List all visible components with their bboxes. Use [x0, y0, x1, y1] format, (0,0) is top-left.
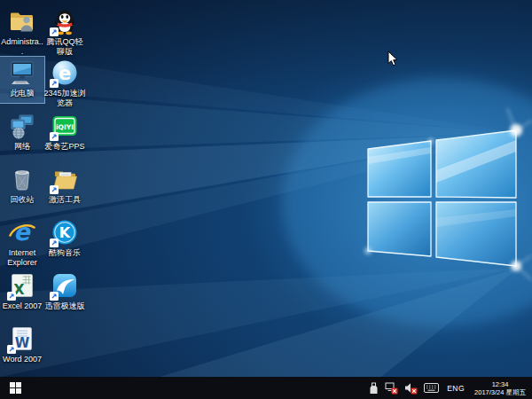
network-disconnected-icon[interactable] [385, 382, 398, 395]
shortcut-arrow-icon [50, 132, 59, 141]
desktop-icon-label: 回收站 [0, 195, 44, 205]
word-icon: W [8, 325, 36, 353]
system-tray: ENG 12:34 2017/3/24 星期五 [369, 377, 532, 399]
shortcut-arrow-icon [50, 239, 59, 247]
desktop-icon-activation-tool[interactable]: 激活工具 [43, 163, 87, 209]
svg-text:K: K [59, 224, 71, 241]
windows-desktop-screen: Administra... [0, 0, 532, 399]
desktop-icon-xunlei[interactable]: 迅雷极速版 [43, 270, 87, 316]
excel-icon: X [8, 271, 36, 300]
desktop-icon-word-2007[interactable]: W Word 2007 [0, 323, 44, 369]
desktop-icon-label: 2345加速浏览器 [43, 89, 87, 108]
internet-explorer-icon: e [8, 218, 36, 246]
desktop-icon-this-pc[interactable]: 此电脑 [0, 57, 44, 103]
desktop-icon-label: 激活工具 [43, 195, 87, 205]
qq-penguin-icon [51, 7, 79, 35]
desktop-icon-label: 此电脑 [0, 89, 44, 98]
desktop-icon-excel-2007[interactable]: X Excel 2007 [0, 270, 44, 316]
clock-time: 12:34 [474, 380, 526, 388]
kugou-music-icon: K [51, 218, 79, 246]
desktop-icon-label: 腾讯QQ轻聊版 [43, 37, 87, 57]
desktop-icon-label: Internet Explorer [0, 248, 44, 268]
desktop-wallpaper[interactable]: Administra... [0, 0, 532, 377]
language-indicator[interactable]: ENG [445, 384, 466, 393]
shortcut-arrow-icon [50, 27, 59, 36]
desktop-icon-label: 迅雷极速版 [43, 301, 87, 311]
folder-icon [51, 165, 79, 193]
shortcut-arrow-icon [50, 292, 59, 301]
user-folder-icon [8, 7, 36, 35]
touch-keyboard-icon[interactable] [424, 383, 439, 393]
svg-text:W: W [15, 335, 30, 351]
taskbar: ENG 12:34 2017/3/24 星期五 [0, 377, 532, 399]
taskbar-clock[interactable]: 12:34 2017/3/24 星期五 [473, 380, 528, 396]
2345-browser-icon: e [51, 59, 79, 87]
volume-muted-icon[interactable] [404, 382, 418, 395]
clock-date: 2017/3/24 星期五 [474, 388, 526, 396]
shortcut-arrow-icon [50, 185, 59, 194]
safely-remove-hardware-icon[interactable] [369, 382, 379, 395]
svg-text:e: e [13, 218, 31, 246]
desktop-icon-label: 酷狗音乐 [43, 248, 87, 258]
svg-text:e: e [59, 63, 71, 84]
svg-text:iQIYI: iQIYI [56, 123, 74, 131]
desktop-icon-internet-explorer[interactable]: e Internet Explorer [0, 216, 44, 268]
desktop-icon-label: Excel 2007 [0, 301, 44, 311]
network-icon [8, 112, 36, 140]
desktop-icon-recycle-bin[interactable]: 回收站 [0, 163, 44, 209]
windows-logo-icon [10, 382, 21, 394]
this-pc-icon [8, 59, 36, 87]
desktop-icon-label: 网络 [0, 142, 44, 152]
shortcut-arrow-icon [7, 345, 16, 354]
start-button[interactable] [0, 377, 30, 399]
shortcut-arrow-icon [50, 79, 59, 88]
desktop-icon-2345-browser[interactable]: e 2345加速浏览器 [43, 57, 87, 108]
desktop-icon-qq[interactable]: 腾讯QQ轻聊版 [43, 5, 87, 57]
desktop-icon-administrator-folder[interactable]: Administra... [0, 5, 44, 57]
recycle-bin-icon [8, 165, 36, 193]
desktop-icon-iqiyi-pps[interactable]: iQIYI 爱奇艺PPS [43, 110, 87, 156]
desktop-icon-kugou-music[interactable]: K 酷狗音乐 [43, 216, 87, 262]
desktop-icon-network[interactable]: 网络 [0, 110, 44, 156]
iqiyi-icon: iQIYI [51, 112, 79, 140]
xunlei-icon [51, 271, 79, 300]
desktop-icon-label: 爱奇艺PPS [43, 142, 87, 152]
desktop-icon-label: Administra... [0, 37, 44, 57]
shortcut-arrow-icon [7, 292, 16, 301]
desktop-icon-label: Word 2007 [0, 355, 44, 364]
